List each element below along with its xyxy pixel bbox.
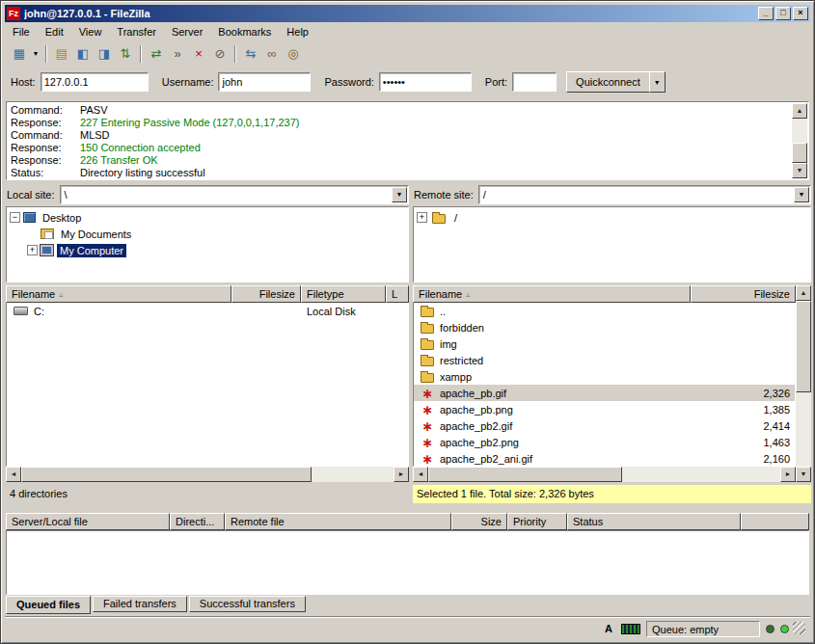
quickconnect-button[interactable]: Quickconnect: [566, 71, 650, 93]
toggle-message-log-button[interactable]: ▤: [51, 44, 72, 64]
scroll-right-icon[interactable]: ►: [394, 467, 409, 482]
sync-browsing-button[interactable]: ∞: [261, 44, 283, 64]
tree-item-my-documents[interactable]: My Documents: [8, 226, 407, 242]
remote-vscrollbar[interactable]: ▲ ▼: [796, 285, 811, 482]
remote-file-row[interactable]: restricted: [414, 352, 795, 368]
log-line: Response:226 Transfer OK: [11, 154, 789, 167]
remote-file-row[interactable]: ∗apache_pb2.png 1,463: [414, 434, 795, 450]
disconnect-icon: ⊘: [215, 46, 226, 61]
column-status[interactable]: Status: [567, 513, 741, 530]
menu-help[interactable]: Help: [279, 24, 316, 40]
folder-icon: [421, 373, 434, 383]
scroll-down-icon[interactable]: ▼: [796, 467, 811, 482]
remote-file-row[interactable]: forbidden: [414, 319, 795, 335]
collapse-icon[interactable]: −: [10, 212, 20, 223]
scroll-up-icon[interactable]: ▲: [792, 103, 807, 119]
disconnect-button[interactable]: ⊘: [209, 44, 231, 64]
resize-grip[interactable]: [793, 622, 805, 634]
menu-edit[interactable]: Edit: [38, 24, 71, 40]
remote-file-row[interactable]: ..: [414, 303, 795, 319]
tab-failed-transfers[interactable]: Failed transfers: [93, 596, 187, 612]
queue-icon: ⇅: [121, 46, 131, 61]
local-file-row-c-drive[interactable]: C: Local Disk: [7, 303, 408, 319]
password-input[interactable]: [379, 72, 472, 92]
menu-transfer[interactable]: Transfer: [109, 24, 164, 40]
queue-status-text: Queue: empty: [646, 621, 760, 637]
refresh-icon: ⇄: [151, 46, 162, 61]
scroll-left-icon[interactable]: ◄: [413, 467, 428, 482]
remote-file-row[interactable]: xampp: [414, 368, 795, 385]
chevron-down-icon[interactable]: ▼: [392, 187, 407, 202]
menu-bookmarks[interactable]: Bookmarks: [210, 24, 279, 40]
remote-hscrollbar[interactable]: ◄ ►: [413, 467, 796, 482]
remote-file-row[interactable]: ∗apache_pb2.gif 2,414: [414, 417, 795, 434]
local-site-row: Local site: \ ▼: [6, 185, 409, 204]
username-input[interactable]: [218, 72, 311, 92]
port-label: Port:: [485, 76, 507, 88]
sort-asc-icon: ▵: [59, 290, 63, 299]
refresh-button[interactable]: ⇄: [146, 44, 167, 64]
minimize-button[interactable]: _: [758, 7, 774, 20]
compare-icon: ⇆: [246, 46, 257, 61]
remote-file-row[interactable]: ∗apache_pb.png 1,385: [414, 401, 795, 417]
cancel-button[interactable]: ×: [188, 44, 209, 64]
menu-server[interactable]: Server: [164, 24, 210, 40]
column-size[interactable]: Size: [451, 513, 507, 530]
scroll-left-icon[interactable]: ◄: [6, 467, 21, 482]
log-line: Response:227 Entering Passive Mode (127,…: [11, 117, 789, 129]
tree-item-my-computer[interactable]: + My Computer: [8, 242, 407, 258]
close-button[interactable]: ×: [793, 7, 808, 20]
column-filetype[interactable]: Filetype: [301, 285, 386, 303]
remote-file-row-selected[interactable]: ∗apache_pb.gif 2,326: [414, 385, 795, 401]
site-manager-dropdown[interactable]: ▼: [30, 44, 41, 64]
titlebar: Fz john@127.0.0.1 - FileZilla _ □ ×: [5, 5, 810, 22]
column-priority[interactable]: Priority: [507, 513, 567, 530]
toggle-queue-button[interactable]: ⇅: [115, 44, 136, 64]
column-direction[interactable]: Directi...: [170, 513, 225, 530]
remote-file-row[interactable]: ∗apache_pb2_ani.gif 2,160: [414, 450, 795, 467]
remote-directory-tree: + /: [413, 206, 811, 282]
local-site-combo[interactable]: \ ▼: [60, 185, 409, 204]
log-line: Status:Directory listing successful: [11, 167, 789, 179]
image-file-icon: ∗: [421, 389, 434, 398]
sync-browsing-icon: ∞: [267, 46, 276, 61]
compare-button[interactable]: ⇆: [240, 44, 261, 64]
column-server-local-file[interactable]: Server/Local file: [6, 513, 170, 530]
quickconnect-dropdown[interactable]: ▼: [649, 71, 666, 93]
expand-icon[interactable]: +: [417, 212, 427, 223]
column-last-modified[interactable]: L: [386, 285, 409, 303]
host-input[interactable]: [41, 72, 149, 92]
tab-queued-files[interactable]: Queued files: [6, 596, 91, 614]
find-files-button[interactable]: ◎: [283, 44, 304, 64]
column-filesize[interactable]: Filesize: [231, 285, 301, 303]
column-filesize[interactable]: Filesize: [691, 285, 796, 303]
tree-item-root[interactable]: + /: [415, 209, 809, 226]
tree-item-desktop[interactable]: − Desktop: [8, 209, 407, 226]
maximize-button[interactable]: □: [775, 7, 791, 20]
queue-list[interactable]: [6, 530, 809, 595]
column-filename[interactable]: Filename▵: [6, 285, 231, 303]
sort-asc-icon: ▵: [466, 290, 470, 299]
local-site-label: Local site:: [7, 189, 55, 201]
remote-file-row[interactable]: img: [414, 335, 795, 352]
window-title: john@127.0.0.1 - FileZilla: [24, 8, 756, 19]
tab-successful-transfers[interactable]: Successful transfers: [189, 596, 306, 612]
scroll-up-icon[interactable]: ▲: [796, 285, 811, 301]
log-scrollbar[interactable]: ▲ ▼: [792, 103, 807, 178]
site-manager-button[interactable]: ▦: [9, 44, 30, 64]
expand-icon[interactable]: +: [27, 245, 38, 255]
toggle-remote-tree-button[interactable]: ◨: [94, 44, 115, 64]
process-queue-button[interactable]: »: [167, 44, 188, 64]
scroll-down-icon[interactable]: ▼: [792, 163, 807, 178]
log-line: Command:PASV: [11, 104, 789, 117]
remote-site-combo[interactable]: / ▼: [478, 185, 811, 204]
column-filename[interactable]: Filename▵: [413, 285, 691, 303]
local-hscrollbar[interactable]: ◄ ►: [6, 467, 409, 482]
chevron-down-icon[interactable]: ▼: [794, 187, 809, 202]
port-input[interactable]: [512, 72, 557, 92]
toggle-local-tree-button[interactable]: ◧: [72, 44, 94, 64]
menu-view[interactable]: View: [71, 24, 110, 40]
scroll-right-icon[interactable]: ►: [780, 467, 796, 482]
column-remote-file[interactable]: Remote file: [225, 513, 451, 530]
menu-file[interactable]: File: [5, 24, 38, 40]
